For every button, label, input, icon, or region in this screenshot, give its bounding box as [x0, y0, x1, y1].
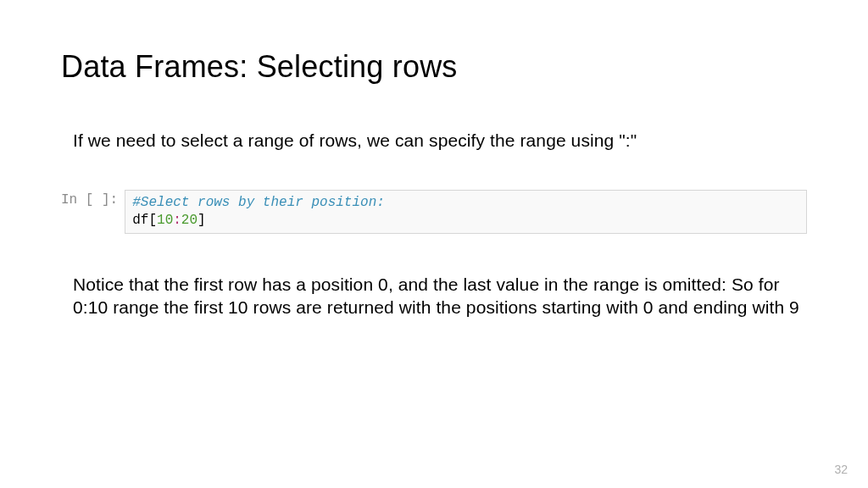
code-suffix: ] [198, 213, 206, 228]
slide-container: Data Frames: Selecting rows If we need t… [0, 0, 868, 488]
code-comment: #Select rows by their position: [132, 195, 385, 210]
code-colon: : [173, 213, 181, 228]
explanation-paragraph: Notice that the first row has a position… [73, 273, 807, 319]
code-prefix: df[ [132, 213, 157, 228]
code-cell: #Select rows by their position: df[10:20… [125, 190, 807, 234]
intro-paragraph: If we need to select a range of rows, we… [73, 130, 807, 151]
slide-title: Data Frames: Selecting rows [61, 49, 807, 85]
code-number-2: 20 [181, 213, 198, 228]
code-cell-container: In [ ]: #Select rows by their position: … [61, 190, 807, 234]
page-number: 32 [834, 463, 848, 476]
code-line-code: df[10:20] [132, 212, 799, 230]
cell-prompt: In [ ]: [61, 190, 125, 234]
code-line-comment: #Select rows by their position: [132, 194, 799, 212]
code-number-1: 10 [157, 213, 173, 228]
